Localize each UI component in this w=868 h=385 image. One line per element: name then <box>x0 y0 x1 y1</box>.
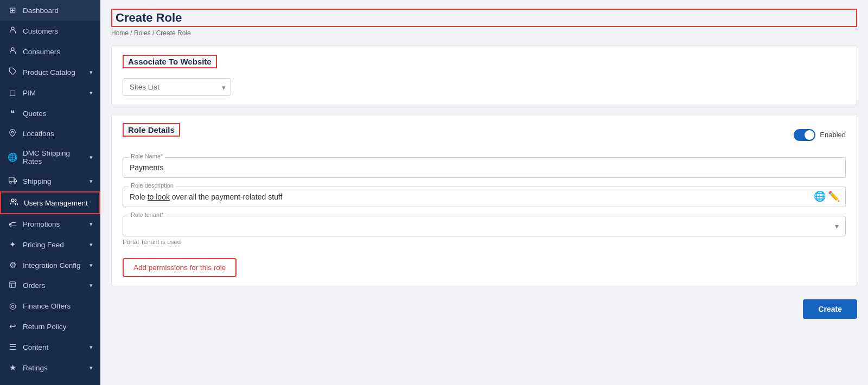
create-button-wrapper: Create <box>111 299 857 319</box>
sidebar-item-finance-offers[interactable]: ◎ Finance Offers <box>0 296 100 316</box>
svg-rect-8 <box>10 282 16 288</box>
svg-point-0 <box>11 27 14 30</box>
chevron-down-icon: ▾ <box>90 221 93 228</box>
svg-point-3 <box>11 131 14 133</box>
role-name-label: Role Name* <box>129 153 165 159</box>
customers-icon <box>8 26 17 36</box>
sidebar-item-pim[interactable]: ◻ PIM ▾ <box>0 82 100 103</box>
sidebar-item-orders[interactable]: Orders ▾ <box>0 275 100 296</box>
sidebar-item-product-catalog[interactable]: Product Catalog ▾ <box>0 62 100 82</box>
chevron-down-icon: ▾ <box>90 282 93 289</box>
sidebar-label-return-policy: Return Policy <box>23 323 66 331</box>
sidebar-item-shipping[interactable]: Shipping ▾ <box>0 171 100 191</box>
sidebar-item-integration-config[interactable]: ⚙ Integration Config ▾ <box>0 255 100 275</box>
role-description-text: Role to look over all the payment-relate… <box>130 193 282 201</box>
sidebar-label-content: Content <box>23 343 48 351</box>
chevron-down-icon: ▾ <box>90 154 93 161</box>
sidebar-label-dmc-shipping: DMC Shipping Rates <box>23 149 84 165</box>
description-icons: 🌐 ✏️ <box>814 190 840 202</box>
finance-offers-icon: ◎ <box>8 301 17 311</box>
role-tenant-field: Role tenant* ▾ <box>123 216 846 236</box>
sidebar-label-integration-config: Integration Config <box>23 261 81 270</box>
chevron-down-icon: ▾ <box>90 241 93 248</box>
sidebar-item-content[interactable]: ☰ Content ▾ <box>0 337 100 357</box>
role-tenant-label: Role tenant* <box>129 211 166 218</box>
pim-icon: ◻ <box>8 88 17 98</box>
role-description-group: Role description Role to look over all t… <box>123 187 846 207</box>
sidebar-item-dmc-shipping[interactable]: 🌐 DMC Shipping Rates ▾ <box>0 144 100 171</box>
quotes-icon: ❝ <box>8 108 17 118</box>
dashboard-icon: ⊞ <box>8 5 17 15</box>
associate-website-card: Associate To Website Sites List ▾ <box>111 46 857 105</box>
dmc-shipping-icon: 🌐 <box>8 152 17 162</box>
integration-config-icon: ⚙ <box>8 260 17 270</box>
globe-icon[interactable]: 🌐 <box>814 190 826 202</box>
sidebar-label-promotions: Promotions <box>23 220 60 228</box>
sidebar-label-dashboard: Dashboard <box>23 7 59 15</box>
chevron-down-icon: ▾ <box>90 364 93 371</box>
sidebar-item-return-policy[interactable]: ↩ Return Policy <box>0 316 100 337</box>
create-button[interactable]: Create <box>803 299 857 319</box>
ratings-icon: ★ <box>8 363 17 373</box>
sidebar-item-consumers[interactable]: Consumers <box>0 41 100 62</box>
enabled-toggle[interactable] <box>794 129 815 141</box>
role-name-group: Role Name* <box>123 157 846 178</box>
portal-note: Portal Tenant is used <box>123 239 846 245</box>
consumers-icon <box>8 47 17 56</box>
sidebar-label-locations: Locations <box>23 130 54 138</box>
role-tenant-dropdown[interactable] <box>130 222 839 230</box>
content-icon: ☰ <box>8 342 17 352</box>
role-details-title: Role Details <box>123 123 180 137</box>
chevron-down-icon: ▾ <box>90 262 93 269</box>
sidebar-label-quotes: Quotes <box>23 110 47 118</box>
chevron-down-icon: ▾ <box>90 344 93 351</box>
sidebar-item-quotes[interactable]: ❝ Quotes <box>0 103 100 124</box>
chevron-down-icon: ▾ <box>90 178 93 185</box>
sidebar-item-promotions[interactable]: 🏷 Promotions ▾ <box>0 214 100 234</box>
add-permissions-button[interactable]: Add permissions for this role <box>123 258 237 277</box>
svg-point-5 <box>9 182 11 183</box>
chevron-down-icon: ▾ <box>90 69 93 76</box>
sidebar-label-orders: Orders <box>23 281 45 290</box>
main-content: Create Role Home / Roles / Create Role A… <box>100 0 868 385</box>
sidebar-label-pim: PIM <box>23 89 36 97</box>
sidebar-label-pricing-feed: Pricing Feed <box>23 241 64 249</box>
role-details-header: Role Details Enabled <box>123 123 846 146</box>
breadcrumb: Home / Roles / Create Role <box>111 29 857 37</box>
return-policy-icon: ↩ <box>8 322 17 331</box>
pricing-feed-icon: ✦ <box>8 240 17 249</box>
sidebar-item-ratings[interactable]: ★ Ratings ▾ <box>0 357 100 378</box>
sidebar: ⊞ Dashboard Customers Consumers Product … <box>0 0 100 385</box>
role-description-label: Role description <box>129 182 176 189</box>
role-description-field: Role description Role to look over all t… <box>123 187 846 207</box>
toggle-label: Enabled <box>820 131 846 139</box>
orders-icon <box>8 281 17 290</box>
sidebar-label-users-management: Users Management <box>24 199 88 207</box>
sidebar-label-finance-offers: Finance Offers <box>23 302 71 310</box>
svg-point-7 <box>11 199 14 202</box>
locations-icon <box>8 129 17 138</box>
sidebar-item-pricing-feed[interactable]: ✦ Pricing Feed ▾ <box>0 234 100 255</box>
sidebar-item-locations[interactable]: Locations <box>0 124 100 144</box>
sidebar-label-consumers: Consumers <box>23 48 60 56</box>
sidebar-label-customers: Customers <box>23 27 58 35</box>
users-management-icon <box>9 198 18 208</box>
to-look-text: to look <box>148 193 170 201</box>
sidebar-item-users-management[interactable]: Users Management <box>0 191 100 214</box>
shipping-icon <box>8 176 17 186</box>
sidebar-item-dashboard[interactable]: ⊞ Dashboard <box>0 0 100 21</box>
toggle-wrapper: Enabled <box>794 129 846 141</box>
associate-website-title: Associate To Website <box>123 55 217 68</box>
sidebar-label-shipping: Shipping <box>23 177 52 185</box>
sidebar-item-questions[interactable]: ? Questions <box>0 378 100 385</box>
sidebar-item-customers[interactable]: Customers <box>0 21 100 41</box>
product-catalog-icon <box>8 67 17 77</box>
svg-point-6 <box>14 182 16 183</box>
edit-icon[interactable]: ✏️ <box>828 190 840 202</box>
role-details-card: Role Details Enabled Role Name* Role des… <box>111 114 857 286</box>
role-name-input[interactable] <box>130 163 839 172</box>
chevron-down-icon: ▾ <box>90 89 93 97</box>
svg-rect-4 <box>9 177 14 182</box>
page-title: Create Role <box>111 9 857 27</box>
sites-list-dropdown[interactable]: Sites List <box>123 78 231 96</box>
